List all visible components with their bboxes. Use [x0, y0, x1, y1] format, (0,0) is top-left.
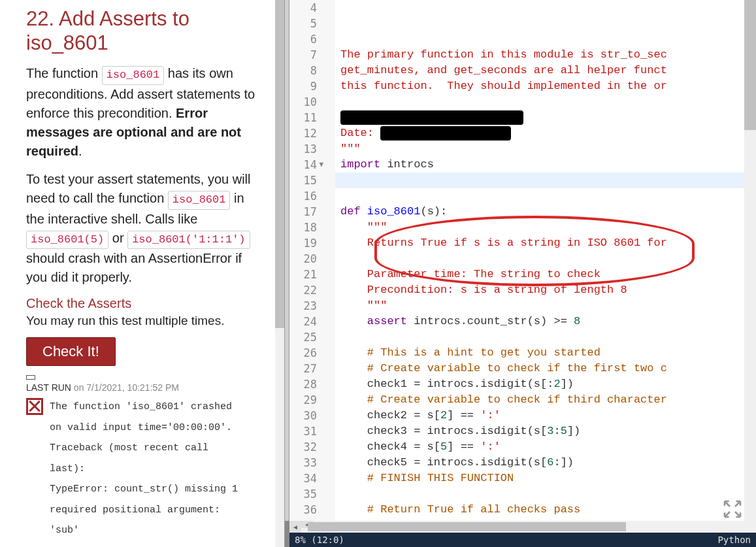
h-scroll-track[interactable]: ◄ — [301, 521, 756, 533]
line-number: 12 — [289, 125, 323, 141]
code-line[interactable] — [335, 486, 756, 502]
code-line[interactable]: def iso_8601(s): — [335, 204, 756, 220]
status-position: 8% (12:0) — [295, 535, 344, 545]
code-line[interactable]: """ — [335, 298, 756, 314]
code-line[interactable]: check2 = s[2] == ':' — [335, 408, 756, 423]
line-number: 26 — [289, 345, 323, 361]
code-line[interactable]: check3 = introcs.isdigit(s[3:5]) — [335, 423, 756, 439]
code-line[interactable]: check1 = introcs.isdigit(s[:2]) — [335, 376, 756, 392]
code-line[interactable] — [335, 188, 756, 204]
line-number: 10 — [289, 94, 323, 110]
code-inline: iso_8601 — [168, 191, 231, 210]
line-number: 9 — [289, 78, 323, 94]
code-line[interactable]: # FINISH THIS FUNCTION — [335, 471, 756, 486]
line-number: 13 — [289, 141, 323, 157]
code-line[interactable]: Returns True if s is a string in ISO 860… — [335, 235, 756, 251]
line-number: 25 — [289, 329, 323, 345]
line-number: 5 — [289, 16, 323, 31]
error-result: The function 'iso_8601' crashed on valid… — [26, 397, 259, 541]
code-line[interactable]: import introcs — [335, 157, 756, 173]
line-number: 22 — [289, 282, 323, 298]
h-scroll-thumb[interactable] — [308, 522, 626, 531]
error-message-text: The function 'iso_8601' crashed on valid… — [50, 397, 238, 541]
code-line[interactable]: this function. They should implemented i… — [335, 78, 756, 94]
instructions-panel: 22. Add Asserts to iso_8601 The function… — [0, 0, 284, 547]
editor-horizontal-scrollbar[interactable]: ◄ ◄ — [289, 521, 756, 533]
code-line[interactable] — [335, 173, 756, 188]
code-line[interactable]: """ — [335, 220, 756, 235]
exercise-heading: 22. Add Asserts to iso_8601 — [26, 7, 259, 55]
code-line[interactable]: get_minutes, and get_seconds are all hel… — [335, 63, 756, 78]
code-line[interactable]: Precondition: s is a string of length 8 — [335, 282, 756, 298]
fullscreen-icon[interactable] — [722, 499, 743, 520]
progress-mini-icon — [26, 375, 35, 380]
check-subtext: You may run this test multiple times. — [26, 314, 259, 328]
line-number: 4 — [289, 0, 323, 16]
code-editor[interactable]: 4567891011121314▼15161718192021222324252… — [289, 0, 756, 521]
line-number: 27 — [289, 361, 323, 376]
line-number: 29 — [289, 392, 323, 408]
code-line[interactable]: # This is a hint to get you started — [335, 345, 756, 361]
code-line[interactable]: # Create variable to check if third char… — [335, 392, 756, 408]
line-number: 34 — [289, 471, 323, 486]
line-number: 32 — [289, 439, 323, 455]
line-number: 24 — [289, 314, 323, 329]
code-line[interactable]: # Create variable to check if the first … — [335, 361, 756, 376]
code-inline: iso_8601(5) — [26, 231, 108, 250]
code-line[interactable]: check4 = s[5] == ':' — [335, 439, 756, 455]
code-line[interactable]: """ — [335, 141, 756, 157]
line-number: 20 — [289, 251, 323, 267]
code-line[interactable]: The primary function in this module is s… — [335, 47, 756, 63]
code-content[interactable]: The primary function in this module is s… — [335, 0, 756, 521]
line-number: 33 — [289, 455, 323, 471]
check-it-button[interactable]: Check It! — [26, 337, 116, 366]
instruction-p2: To test your assert statements, you will… — [26, 170, 259, 287]
line-number: 6 — [289, 31, 323, 47]
line-number: 14▼ — [289, 157, 323, 173]
code-line[interactable]: Date: — [335, 125, 756, 141]
left-scrollbar-thumb[interactable] — [275, 0, 284, 328]
line-number-gutter: 4567891011121314▼15161718192021222324252… — [289, 0, 335, 521]
line-number: 23 — [289, 298, 323, 314]
code-line[interactable] — [335, 94, 756, 110]
instruction-p1: The function iso_8601 has its own precon… — [26, 64, 259, 161]
line-number: 21 — [289, 267, 323, 282]
line-number: 31 — [289, 423, 323, 439]
status-language: Python — [717, 535, 751, 545]
error-x-icon — [26, 398, 43, 415]
line-number: 35 — [289, 486, 323, 502]
line-number: 18 — [289, 220, 323, 235]
editor-panel: 4567891011121314▼15161718192021222324252… — [289, 0, 756, 547]
line-number: 36 — [289, 502, 323, 518]
line-number: 28 — [289, 376, 323, 392]
line-number: 30 — [289, 408, 323, 423]
line-number: 11 — [289, 110, 323, 125]
code-line[interactable] — [335, 251, 756, 267]
line-number: 17 — [289, 204, 323, 220]
h-scroll-left-gutter[interactable]: ◄ — [289, 521, 301, 533]
code-line[interactable]: Parameter time: The string to check — [335, 267, 756, 282]
code-line[interactable] — [335, 110, 756, 125]
editor-vertical-scrollbar[interactable] — [744, 0, 756, 521]
line-number: 16 — [289, 188, 323, 204]
code-line[interactable]: assert introcs.count_str(s) >= 8 — [335, 314, 756, 329]
code-inline: iso_8601 — [102, 66, 165, 85]
editor-status-bar: 8% (12:0) Python — [289, 533, 756, 547]
code-line[interactable] — [335, 329, 756, 345]
last-run-timestamp: LAST RUN on 7/1/2021, 10:21:52 PM — [26, 382, 259, 393]
code-inline: iso_8601('1:1:1') — [127, 231, 250, 250]
split-divider[interactable] — [284, 0, 289, 547]
line-number: 7 — [289, 47, 323, 63]
line-number: 8 — [289, 63, 323, 78]
code-line[interactable]: # Return True if all checks pass — [335, 502, 756, 518]
line-number: 19 — [289, 235, 323, 251]
code-line[interactable]: check5 = introcs.isdigit(s[6:]) — [335, 455, 756, 471]
instructions-body: The function iso_8601 has its own precon… — [26, 64, 259, 287]
check-heading: Check the Asserts — [26, 296, 259, 311]
line-number: 15 — [289, 173, 323, 188]
left-scrollbar[interactable] — [275, 0, 284, 547]
editor-vertical-scrollbar-thumb[interactable] — [744, 0, 756, 130]
